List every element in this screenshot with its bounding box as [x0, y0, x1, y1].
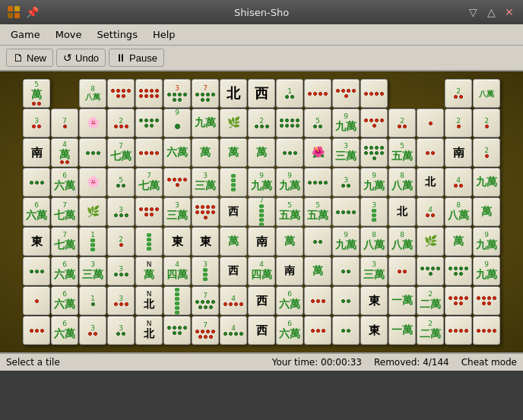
- table-row[interactable]: [135, 109, 163, 137]
- table-row[interactable]: 9九萬: [276, 168, 303, 197]
- table-row[interactable]: 6六萬: [51, 316, 78, 345]
- table-row[interactable]: N北: [135, 286, 163, 315]
- minimize-button[interactable]: ▽: [465, 5, 480, 20]
- table-row[interactable]: [107, 79, 135, 108]
- table-row[interactable]: 3三萬: [332, 138, 360, 167]
- table-row[interactable]: [163, 168, 191, 197]
- table-row[interactable]: 7: [192, 79, 219, 108]
- table-row[interactable]: 北: [220, 79, 247, 108]
- table-row[interactable]: [388, 257, 416, 286]
- table-row[interactable]: 東: [360, 286, 388, 315]
- table-row[interactable]: 3: [332, 168, 360, 197]
- table-row[interactable]: 西: [220, 197, 247, 226]
- table-row[interactable]: 7七萬: [107, 138, 135, 167]
- table-row[interactable]: 8八萬: [388, 168, 416, 197]
- table-row[interactable]: N北: [135, 316, 163, 345]
- table-row[interactable]: 北: [417, 168, 444, 197]
- table-row[interactable]: 6六萬: [276, 316, 303, 345]
- menu-settings[interactable]: Settings: [90, 26, 145, 43]
- table-row[interactable]: 6六萬: [276, 286, 303, 315]
- new-button[interactable]: 🗋 New: [6, 49, 53, 67]
- table-row[interactable]: 北: [388, 197, 416, 226]
- table-row[interactable]: 9九萬: [248, 168, 275, 197]
- table-row[interactable]: [417, 257, 444, 286]
- table-row[interactable]: 2: [107, 109, 135, 137]
- table-row[interactable]: 7: [248, 197, 275, 226]
- menu-game[interactable]: Game: [3, 26, 48, 43]
- table-row[interactable]: 3三萬: [163, 197, 191, 226]
- table-row[interactable]: 2: [473, 109, 500, 137]
- table-row[interactable]: 2: [445, 79, 472, 108]
- table-row[interactable]: 八萬: [473, 79, 500, 108]
- table-row[interactable]: [23, 168, 50, 197]
- table-row[interactable]: [276, 109, 303, 137]
- table-row[interactable]: 9九萬: [473, 227, 500, 256]
- table-row[interactable]: [445, 257, 472, 286]
- table-row[interactable]: 🌸: [79, 109, 106, 137]
- table-row[interactable]: 3: [163, 79, 191, 108]
- table-row[interactable]: 2: [388, 109, 416, 137]
- table-row[interactable]: 萬: [276, 227, 303, 256]
- table-row[interactable]: 6六萬: [51, 286, 78, 315]
- menu-move[interactable]: Move: [48, 26, 90, 43]
- table-row[interactable]: 8八萬: [79, 79, 106, 108]
- table-row[interactable]: [163, 286, 191, 315]
- table-row[interactable]: 2: [107, 227, 135, 256]
- table-row[interactable]: 6六萬: [51, 168, 78, 197]
- close-button[interactable]: ✕: [502, 5, 517, 20]
- table-row[interactable]: 4四萬: [248, 257, 275, 286]
- table-row[interactable]: 3三萬: [360, 257, 388, 286]
- table-row[interactable]: 7: [192, 316, 219, 345]
- table-row[interactable]: 7七萬: [51, 227, 78, 256]
- table-row[interactable]: 9九萬: [332, 109, 360, 137]
- pause-button[interactable]: ⏸ Pause: [109, 49, 164, 67]
- table-row[interactable]: 9: [163, 109, 191, 137]
- table-row[interactable]: [332, 79, 360, 108]
- table-row[interactable]: [332, 257, 360, 286]
- table-row[interactable]: 西: [248, 79, 275, 108]
- table-row[interactable]: 2: [445, 109, 472, 137]
- table-row[interactable]: 2二萬: [417, 286, 444, 315]
- table-row[interactable]: N萬: [135, 257, 163, 286]
- table-row[interactable]: [332, 286, 360, 315]
- table-row[interactable]: 萬: [445, 227, 472, 256]
- table-row[interactable]: [473, 316, 500, 345]
- table-row[interactable]: [417, 109, 444, 137]
- table-row[interactable]: 🌺: [304, 138, 331, 167]
- table-row[interactable]: 9九萬: [473, 257, 500, 286]
- table-row[interactable]: 2二萬: [417, 316, 444, 345]
- table-row[interactable]: 3: [360, 197, 388, 226]
- table-row[interactable]: 8八萬: [445, 197, 472, 226]
- table-row[interactable]: 東: [23, 227, 50, 256]
- table-row[interactable]: [473, 286, 500, 315]
- table-row[interactable]: 1: [79, 286, 106, 315]
- undo-button[interactable]: ↺ Undo: [56, 49, 106, 67]
- table-row[interactable]: 5五萬: [388, 138, 416, 167]
- table-row[interactable]: 3: [107, 257, 135, 286]
- table-row[interactable]: 4: [220, 316, 247, 345]
- table-row[interactable]: 🌿: [220, 109, 247, 137]
- table-row[interactable]: [135, 138, 163, 167]
- table-row[interactable]: 西: [248, 316, 275, 345]
- table-row[interactable]: 3三萬: [192, 168, 219, 197]
- table-row[interactable]: 6六萬: [51, 257, 78, 286]
- table-row[interactable]: 3: [192, 257, 219, 286]
- table-row[interactable]: 九萬: [192, 109, 219, 137]
- table-row[interactable]: 🌸: [79, 168, 106, 197]
- table-row[interactable]: [445, 286, 472, 315]
- table-row[interactable]: 萬: [248, 138, 275, 167]
- table-row[interactable]: 7: [51, 109, 78, 137]
- table-row[interactable]: 7: [192, 286, 219, 315]
- table-row[interactable]: [135, 79, 163, 108]
- table-row[interactable]: [445, 316, 472, 345]
- table-row[interactable]: 3: [107, 197, 135, 226]
- table-row[interactable]: 萬: [473, 197, 500, 226]
- table-row[interactable]: 4: [417, 197, 444, 226]
- table-row[interactable]: [135, 227, 163, 256]
- table-row[interactable]: 萬: [304, 257, 331, 286]
- table-row[interactable]: 東: [192, 227, 219, 256]
- table-row[interactable]: 1: [276, 79, 303, 108]
- maximize-button[interactable]: △: [483, 5, 499, 20]
- table-row[interactable]: 南: [23, 138, 50, 167]
- table-row[interactable]: 南: [276, 257, 303, 286]
